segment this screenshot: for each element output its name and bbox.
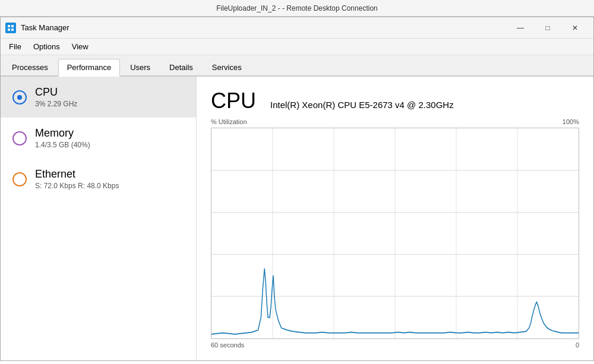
- minimize-button[interactable]: —: [507, 18, 534, 37]
- sidebar-item-memory[interactable]: Memory 1.4/3.5 GB (40%): [1, 118, 196, 159]
- menu-bar: File Options View: [1, 39, 593, 55]
- task-manager-icon: [5, 23, 16, 33]
- cpu-icon: [12, 90, 27, 105]
- cpu-model: Intel(R) Xeon(R) CPU E5-2673 v4 @ 2.30GH…: [270, 100, 454, 110]
- chart-label-100: 100%: [563, 118, 579, 125]
- ethernet-icon: [12, 172, 27, 186]
- cpu-chart: [211, 128, 579, 339]
- svg-rect-3: [11, 29, 14, 31]
- tab-bar: Processes Performance Users Details Serv…: [1, 55, 593, 77]
- menu-view[interactable]: View: [66, 40, 94, 53]
- memory-icon: [12, 131, 27, 145]
- main-content: CPU 3% 2.29 GHz Memory 1.4/3.5 GB (40%) …: [1, 77, 593, 360]
- menu-file[interactable]: File: [3, 40, 27, 53]
- cpu-label: CPU: [35, 86, 77, 99]
- cpu-header: CPU Intel(R) Xeon(R) CPU E5-2673 v4 @ 2.…: [211, 88, 579, 113]
- sidebar-item-ethernet[interactable]: Ethernet S: 72.0 Kbps R: 48.0 Kbps: [1, 159, 196, 200]
- chart-label-utilization: % Utilization: [211, 118, 247, 125]
- cpu-text: CPU 3% 2.29 GHz: [35, 86, 77, 108]
- memory-text: Memory 1.4/3.5 GB (40%): [35, 127, 90, 149]
- memory-label: Memory: [35, 127, 90, 140]
- maximize-button[interactable]: □: [534, 18, 561, 37]
- tab-users[interactable]: Users: [121, 59, 159, 75]
- chart-footer-left: 60 seconds: [211, 341, 244, 349]
- svg-rect-0: [8, 25, 10, 27]
- window-controls: — □ ✕: [507, 18, 589, 37]
- memory-detail: 1.4/3.5 GB (40%): [35, 141, 90, 149]
- chart-footer: 60 seconds 0: [211, 341, 579, 349]
- tab-services[interactable]: Services: [203, 59, 251, 75]
- menu-options[interactable]: Options: [27, 40, 66, 53]
- cpu-detail: 3% 2.29 GHz: [35, 100, 77, 108]
- close-button[interactable]: ✕: [561, 18, 589, 37]
- remote-desktop-title: FileUploader_IN_2 - - Remote Desktop Con…: [216, 4, 377, 12]
- tab-details[interactable]: Details: [160, 59, 202, 75]
- svg-rect-1: [11, 25, 14, 27]
- svg-rect-2: [8, 29, 10, 31]
- task-manager-window: Task Manager — □ ✕ File Options View Pro…: [0, 17, 594, 361]
- remote-desktop-bar: FileUploader_IN_2 - - Remote Desktop Con…: [0, 0, 594, 17]
- tab-processes[interactable]: Processes: [3, 59, 57, 75]
- tab-performance[interactable]: Performance: [58, 59, 120, 77]
- cpu-panel: CPU Intel(R) Xeon(R) CPU E5-2673 v4 @ 2.…: [197, 77, 593, 360]
- sidebar: CPU 3% 2.29 GHz Memory 1.4/3.5 GB (40%) …: [1, 77, 197, 360]
- chart-labels: % Utilization 100%: [211, 118, 579, 125]
- ethernet-detail: S: 72.0 Kbps R: 48.0 Kbps: [35, 182, 119, 190]
- window-title: Task Manager: [21, 23, 507, 32]
- ethernet-label: Ethernet: [35, 168, 119, 181]
- window-titlebar: Task Manager — □ ✕: [1, 17, 593, 39]
- ethernet-text: Ethernet S: 72.0 Kbps R: 48.0 Kbps: [35, 168, 119, 190]
- sidebar-item-cpu[interactable]: CPU 3% 2.29 GHz: [1, 77, 196, 118]
- chart-footer-right: 0: [576, 341, 579, 349]
- cpu-panel-title: CPU: [211, 88, 256, 113]
